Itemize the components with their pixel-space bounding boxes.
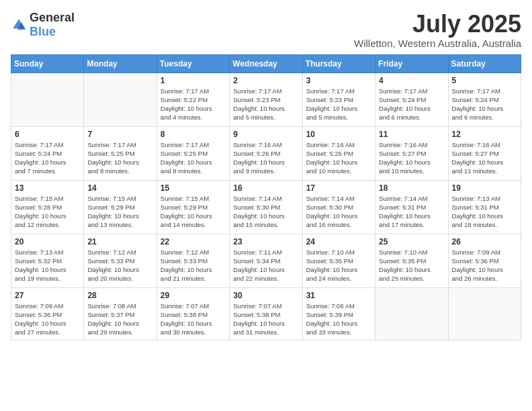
- day-info: Sunrise: 7:14 AMSunset: 5:30 PMDaylight:…: [233, 194, 298, 230]
- day-number: 1: [161, 76, 226, 85]
- calendar-day-cell: 31Sunrise: 7:06 AMSunset: 5:39 PMDayligh…: [302, 287, 375, 340]
- day-info: Sunrise: 7:14 AMSunset: 5:31 PMDaylight:…: [379, 194, 444, 230]
- logo-general: General: [30, 11, 75, 24]
- day-info: Sunrise: 7:17 AMSunset: 5:25 PMDaylight:…: [87, 140, 152, 176]
- day-number: 8: [161, 130, 226, 139]
- day-number: 22: [161, 237, 226, 246]
- day-info: Sunrise: 7:17 AMSunset: 5:23 PMDaylight:…: [233, 87, 298, 122]
- day-number: 10: [306, 130, 371, 139]
- day-number: 26: [452, 237, 517, 246]
- calendar-day-cell: 10Sunrise: 7:16 AMSunset: 5:26 PMDayligh…: [302, 126, 375, 180]
- calendar-day-cell: 3Sunrise: 7:17 AMSunset: 5:23 PMDaylight…: [302, 73, 375, 126]
- day-info: Sunrise: 7:17 AMSunset: 5:23 PMDaylight:…: [306, 87, 371, 122]
- calendar-day-cell: 28Sunrise: 7:08 AMSunset: 5:37 PMDayligh…: [84, 287, 157, 340]
- day-number: 28: [87, 291, 152, 300]
- calendar-day-cell: 12Sunrise: 7:16 AMSunset: 5:27 PMDayligh…: [448, 126, 521, 180]
- day-number: 17: [306, 183, 371, 193]
- calendar-day-cell: 16Sunrise: 7:14 AMSunset: 5:30 PMDayligh…: [230, 180, 302, 234]
- day-number: 23: [233, 237, 298, 246]
- day-number: 20: [15, 237, 80, 246]
- day-info: Sunrise: 7:16 AMSunset: 5:27 PMDaylight:…: [452, 140, 517, 176]
- calendar-day-cell: 20Sunrise: 7:13 AMSunset: 5:32 PMDayligh…: [11, 234, 84, 287]
- day-info: Sunrise: 7:17 AMSunset: 5:24 PMDaylight:…: [15, 140, 80, 176]
- calendar-day-cell: 22Sunrise: 7:12 AMSunset: 5:33 PMDayligh…: [157, 234, 229, 287]
- day-number: 5: [452, 76, 517, 85]
- calendar-day-cell: 2Sunrise: 7:17 AMSunset: 5:23 PMDaylight…: [230, 73, 302, 126]
- calendar-day-cell: [84, 73, 157, 126]
- calendar-day-cell: 14Sunrise: 7:15 AMSunset: 5:29 PMDayligh…: [84, 180, 157, 234]
- day-info: Sunrise: 7:09 AMSunset: 5:36 PMDaylight:…: [15, 302, 80, 337]
- day-info: Sunrise: 7:16 AMSunset: 5:26 PMDaylight:…: [233, 140, 298, 176]
- day-info: Sunrise: 7:17 AMSunset: 5:25 PMDaylight:…: [161, 140, 226, 176]
- day-info: Sunrise: 7:12 AMSunset: 5:33 PMDaylight:…: [161, 248, 226, 283]
- calendar-day-cell: 21Sunrise: 7:12 AMSunset: 5:33 PMDayligh…: [84, 234, 157, 287]
- day-number: 15: [161, 183, 226, 193]
- day-number: 4: [379, 76, 444, 85]
- column-header-saturday: Saturday: [448, 54, 521, 73]
- day-number: 24: [306, 237, 371, 246]
- column-header-tuesday: Tuesday: [157, 54, 229, 73]
- day-info: Sunrise: 7:15 AMSunset: 5:28 PMDaylight:…: [15, 194, 80, 230]
- calendar-day-cell: 25Sunrise: 7:10 AMSunset: 5:35 PMDayligh…: [375, 234, 448, 287]
- calendar-day-cell: [375, 287, 448, 340]
- calendar-day-cell: 8Sunrise: 7:17 AMSunset: 5:25 PMDaylight…: [157, 126, 229, 180]
- day-info: Sunrise: 7:11 AMSunset: 5:34 PMDaylight:…: [233, 248, 298, 283]
- day-number: 14: [87, 183, 152, 193]
- logo-icon: [11, 17, 27, 33]
- day-info: Sunrise: 7:13 AMSunset: 5:31 PMDaylight:…: [452, 194, 517, 230]
- location-subtitle: Willetton, Western Australia, Australia: [354, 38, 521, 49]
- day-number: 25: [379, 237, 444, 246]
- day-info: Sunrise: 7:17 AMSunset: 5:24 PMDaylight:…: [379, 87, 444, 122]
- calendar-week-row: 1Sunrise: 7:17 AMSunset: 5:22 PMDaylight…: [11, 73, 521, 126]
- day-number: 7: [87, 130, 152, 139]
- day-number: 16: [233, 183, 298, 193]
- month-title: July 2025: [354, 11, 521, 38]
- calendar-header-row: SundayMondayTuesdayWednesdayThursdayFrid…: [11, 54, 521, 73]
- day-number: 31: [306, 291, 371, 300]
- calendar-day-cell: 19Sunrise: 7:13 AMSunset: 5:31 PMDayligh…: [448, 180, 521, 234]
- column-header-wednesday: Wednesday: [230, 54, 302, 73]
- day-info: Sunrise: 7:16 AMSunset: 5:27 PMDaylight:…: [379, 140, 444, 176]
- calendar-day-cell: 23Sunrise: 7:11 AMSunset: 5:34 PMDayligh…: [230, 234, 302, 287]
- calendar-day-cell: [11, 73, 84, 126]
- logo: General Blue: [11, 11, 75, 39]
- calendar-day-cell: 15Sunrise: 7:15 AMSunset: 5:29 PMDayligh…: [157, 180, 229, 234]
- calendar-day-cell: 30Sunrise: 7:07 AMSunset: 5:38 PMDayligh…: [230, 287, 302, 340]
- day-number: 30: [233, 291, 298, 300]
- calendar-day-cell: 11Sunrise: 7:16 AMSunset: 5:27 PMDayligh…: [375, 126, 448, 180]
- day-number: 2: [233, 76, 298, 85]
- day-number: 29: [161, 291, 226, 300]
- calendar-week-row: 20Sunrise: 7:13 AMSunset: 5:32 PMDayligh…: [11, 234, 521, 287]
- calendar-table: SundayMondayTuesdayWednesdayThursdayFrid…: [11, 54, 521, 340]
- day-info: Sunrise: 7:07 AMSunset: 5:38 PMDaylight:…: [161, 302, 226, 337]
- day-info: Sunrise: 7:15 AMSunset: 5:29 PMDaylight:…: [87, 194, 152, 230]
- day-info: Sunrise: 7:10 AMSunset: 5:35 PMDaylight:…: [379, 248, 444, 283]
- day-number: 19: [452, 183, 517, 193]
- day-info: Sunrise: 7:10 AMSunset: 5:35 PMDaylight:…: [306, 248, 371, 283]
- calendar-week-row: 6Sunrise: 7:17 AMSunset: 5:24 PMDaylight…: [11, 126, 521, 180]
- calendar-day-cell: 18Sunrise: 7:14 AMSunset: 5:31 PMDayligh…: [375, 180, 448, 234]
- calendar-week-row: 27Sunrise: 7:09 AMSunset: 5:36 PMDayligh…: [11, 287, 521, 340]
- day-number: 27: [15, 291, 80, 300]
- day-info: Sunrise: 7:16 AMSunset: 5:26 PMDaylight:…: [306, 140, 371, 176]
- day-info: Sunrise: 7:17 AMSunset: 5:22 PMDaylight:…: [161, 87, 226, 122]
- page-header: General Blue July 2025 Willetton, Wester…: [11, 11, 521, 49]
- day-number: 9: [233, 130, 298, 139]
- day-info: Sunrise: 7:12 AMSunset: 5:33 PMDaylight:…: [87, 248, 152, 283]
- column-header-friday: Friday: [375, 54, 448, 73]
- day-info: Sunrise: 7:13 AMSunset: 5:32 PMDaylight:…: [15, 248, 80, 283]
- calendar-day-cell: 9Sunrise: 7:16 AMSunset: 5:26 PMDaylight…: [230, 126, 302, 180]
- calendar-day-cell: 27Sunrise: 7:09 AMSunset: 5:36 PMDayligh…: [11, 287, 84, 340]
- day-info: Sunrise: 7:08 AMSunset: 5:37 PMDaylight:…: [87, 302, 152, 337]
- calendar-day-cell: 4Sunrise: 7:17 AMSunset: 5:24 PMDaylight…: [375, 73, 448, 126]
- day-info: Sunrise: 7:15 AMSunset: 5:29 PMDaylight:…: [161, 194, 226, 230]
- calendar-day-cell: 13Sunrise: 7:15 AMSunset: 5:28 PMDayligh…: [11, 180, 84, 234]
- calendar-day-cell: 6Sunrise: 7:17 AMSunset: 5:24 PMDaylight…: [11, 126, 84, 180]
- calendar-day-cell: 7Sunrise: 7:17 AMSunset: 5:25 PMDaylight…: [84, 126, 157, 180]
- day-number: 3: [306, 76, 371, 85]
- calendar-day-cell: 26Sunrise: 7:09 AMSunset: 5:36 PMDayligh…: [448, 234, 521, 287]
- title-area: July 2025 Willetton, Western Australia, …: [354, 11, 521, 49]
- day-number: 6: [15, 130, 80, 139]
- day-number: 11: [379, 130, 444, 139]
- day-info: Sunrise: 7:07 AMSunset: 5:38 PMDaylight:…: [233, 302, 298, 337]
